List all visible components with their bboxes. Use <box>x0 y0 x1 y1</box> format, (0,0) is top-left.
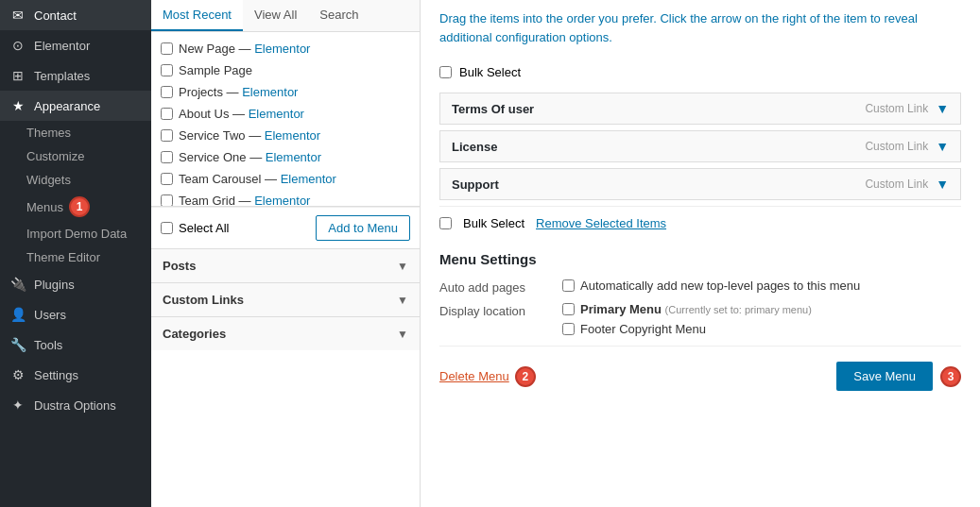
sidebar-sub-customize[interactable]: Customize <box>26 144 151 168</box>
accordion-header-categories[interactable]: Categories ▼ <box>151 317 420 350</box>
auto-add-pages-option: Automatically add new top-level pages to… <box>562 279 860 293</box>
sidebar-sub-themes[interactable]: Themes <box>26 121 151 144</box>
sidebar-label-settings: Settings <box>34 368 78 382</box>
left-panel: Most Recent View All Search New Page — E… <box>151 0 421 507</box>
sidebar-item-settings[interactable]: ⚙ Settings <box>0 360 151 390</box>
auto-add-pages-checkbox[interactable] <box>562 279 575 292</box>
remove-selected-button[interactable]: Remove Selected Items <box>536 216 666 230</box>
bulk-select-bottom: Bulk Select Remove Selected Items <box>439 206 961 236</box>
page-checkbox-team-grid[interactable] <box>161 194 173 207</box>
page-checkbox-team-carousel[interactable] <box>161 173 173 185</box>
menu-item-license: License Custom Link ▼ <box>439 130 961 162</box>
accordion-header-custom-links[interactable]: Custom Links ▼ <box>151 283 420 316</box>
sidebar-item-appearance[interactable]: ★ Appearance <box>0 91 151 121</box>
sidebar-item-tools[interactable]: 🔧 Tools <box>0 330 151 360</box>
page-checkbox-service-two[interactable] <box>161 129 173 142</box>
menu-item-terms-expand[interactable]: ▼ <box>936 101 949 116</box>
chevron-down-icon-3: ▼ <box>397 328 408 341</box>
page-label-new-page[interactable]: New Page — Elementor <box>179 42 310 56</box>
bulk-select-bottom-label[interactable]: Bulk Select <box>463 216 524 230</box>
chevron-down-icon-2: ▼ <box>397 294 408 307</box>
sidebar-sub-widgets[interactable]: Widgets <box>26 168 151 192</box>
accordion-posts: Posts ▼ <box>151 248 420 282</box>
page-checkbox-sample-page[interactable] <box>161 64 173 76</box>
select-all-checkbox[interactable] <box>161 222 173 234</box>
display-location-label: Display location <box>439 302 553 318</box>
page-label-service-one[interactable]: Service One — Elementor <box>179 150 321 164</box>
accordion-categories: Categories ▼ <box>151 316 420 350</box>
sidebar-sub-theme-editor[interactable]: Theme Editor <box>26 245 151 269</box>
tab-search[interactable]: Search <box>308 0 370 31</box>
select-all-label[interactable]: Select All <box>161 221 229 235</box>
posts-label: Posts <box>163 259 196 273</box>
sidebar-item-plugins[interactable]: 🔌 Plugins <box>0 269 151 299</box>
templates-icon: ⊞ <box>9 68 26 83</box>
bulk-select-top-label[interactable]: Bulk Select <box>459 65 521 79</box>
annotation-3: 3 <box>940 366 961 387</box>
menu-item-terms-right: Custom Link ▼ <box>865 101 949 116</box>
menu-item-support: Support Custom Link ▼ <box>439 168 961 200</box>
tab-most-recent[interactable]: Most Recent <box>151 0 243 31</box>
primary-menu-checkbox[interactable] <box>562 303 575 315</box>
sidebar-label-users: Users <box>34 308 66 322</box>
sidebar-label-plugins: Plugins <box>34 278 75 292</box>
bulk-select-top-checkbox[interactable] <box>439 66 452 78</box>
footer-menu-label[interactable]: Footer Copyright Menu <box>580 322 706 336</box>
sidebar-label-appearance: Appearance <box>34 99 100 113</box>
page-checkbox-projects[interactable] <box>161 86 173 98</box>
display-location-row: Display location Primary Menu (Currently… <box>439 302 961 336</box>
auto-add-pages-options: Automatically add new top-level pages to… <box>562 279 860 293</box>
page-label-projects[interactable]: Projects — Elementor <box>179 85 298 99</box>
menu-item-license-title: License <box>452 140 497 154</box>
dustra-icon: ✦ <box>9 397 26 413</box>
footer-menu-option: Footer Copyright Menu <box>562 322 812 336</box>
tools-icon: 🔧 <box>9 337 26 352</box>
bulk-select-bottom-checkbox[interactable] <box>439 217 452 229</box>
primary-menu-label[interactable]: Primary Menu (Currently set to: primary … <box>580 302 812 316</box>
custom-links-label: Custom Links <box>163 293 244 307</box>
page-label-sample-page[interactable]: Sample Page <box>179 63 252 77</box>
display-location-options: Primary Menu (Currently set to: primary … <box>562 302 812 336</box>
auto-add-pages-desc[interactable]: Automatically add new top-level pages to… <box>580 279 860 293</box>
page-checkbox-about-us[interactable] <box>161 108 173 120</box>
sidebar-item-dustra[interactable]: ✦ Dustra Options <box>0 390 151 420</box>
menu-item-terms: Terms Of user Custom Link ▼ <box>439 93 961 125</box>
sidebar-item-templates[interactable]: ⊞ Templates <box>0 60 151 91</box>
add-to-menu-button[interactable]: Add to Menu <box>316 215 410 241</box>
right-panel: Drag the items into the order you prefer… <box>421 0 980 507</box>
page-item-new-page: New Page — Elementor <box>151 38 420 59</box>
save-menu-button[interactable]: Save Menu <box>836 362 933 391</box>
page-item-service-two: Service Two — Elementor <box>151 125 420 146</box>
sidebar-label-elementor: Elementor <box>34 39 90 53</box>
menu-item-license-expand[interactable]: ▼ <box>936 139 949 154</box>
sidebar-item-users[interactable]: 👤 Users <box>0 299 151 330</box>
sidebar-item-contact[interactable]: ✉ Contact <box>0 0 151 30</box>
menu-item-support-expand[interactable]: ▼ <box>936 177 949 192</box>
main-content: Most Recent View All Search New Page — E… <box>151 0 980 507</box>
page-checkbox-new-page[interactable] <box>161 42 173 55</box>
select-all-row: Select All Add to Menu <box>151 207 420 248</box>
page-item-team-carousel: Team Carousel — Elementor <box>151 168 420 190</box>
sidebar-sub-import-demo[interactable]: Import Demo Data <box>26 222 151 245</box>
menu-item-terms-type: Custom Link <box>865 102 928 115</box>
page-label-about-us[interactable]: About Us — Elementor <box>179 107 304 121</box>
sidebar-label-templates: Templates <box>34 69 90 83</box>
tab-view-all[interactable]: View All <box>243 0 308 31</box>
delete-menu-button[interactable]: Delete Menu <box>439 369 509 383</box>
page-label-team-grid[interactable]: Team Grid — Elementor <box>179 194 310 207</box>
page-item-projects: Projects — Elementor <box>151 81 420 103</box>
primary-menu-option: Primary Menu (Currently set to: primary … <box>562 302 812 316</box>
page-item-sample-page: Sample Page <box>151 59 420 81</box>
delete-row: Delete Menu 2 <box>439 366 536 387</box>
page-label-service-two[interactable]: Service Two — Elementor <box>179 128 320 143</box>
footer-menu-checkbox[interactable] <box>562 323 575 335</box>
page-checkbox-service-one[interactable] <box>161 151 173 163</box>
sidebar-item-elementor[interactable]: ⊙ Elementor <box>0 30 151 60</box>
pages-tabs: Most Recent View All Search <box>151 0 420 32</box>
users-icon: 👤 <box>9 307 26 322</box>
page-label-team-carousel[interactable]: Team Carousel — Elementor <box>179 172 336 186</box>
annotation-2: 2 <box>515 366 536 387</box>
sidebar-sub-menus[interactable]: Menus 1 <box>26 192 151 222</box>
elementor-icon: ⊙ <box>9 38 26 53</box>
accordion-header-posts[interactable]: Posts ▼ <box>151 249 420 282</box>
